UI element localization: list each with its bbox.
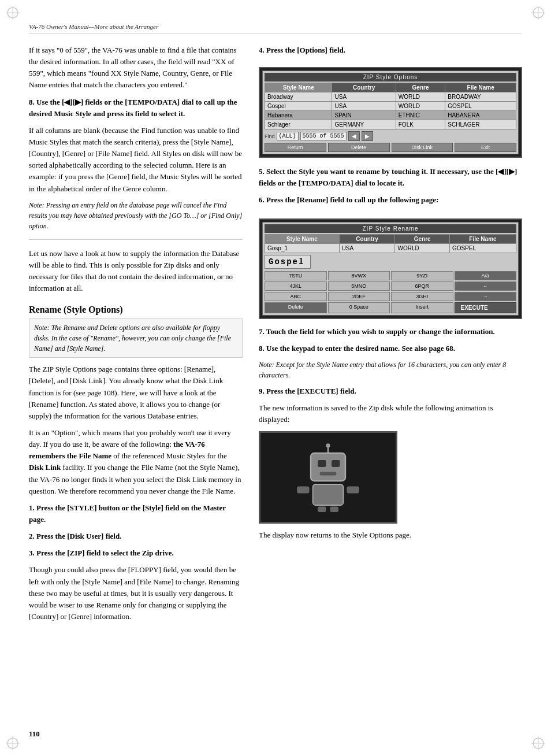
exit-btn[interactable]: Exit	[455, 143, 516, 152]
find-row: Find (ALL) 5555 of 5555 ◀ ▶	[265, 131, 516, 141]
rename-table: Style Name Country Genre File Name Gosp_…	[265, 234, 516, 253]
key-case-toggle[interactable]: A/a	[455, 271, 517, 280]
key-insert[interactable]: Insert	[391, 302, 453, 313]
key-7stu[interactable]: 7STU	[265, 271, 327, 280]
options-table-header-row: Style Name Country Genre File Name	[265, 83, 516, 92]
find-count: 5555 of 5555	[300, 132, 347, 140]
key-5mno[interactable]: 5MNO	[328, 281, 390, 291]
step3-label: 3. Press the [ZIP] field to select the Z…	[29, 547, 243, 559]
two-column-layout: If it says "0 of 559", the VA-76 was una…	[29, 45, 522, 628]
rename-table-header-row: Style Name Country Genre File Name	[265, 234, 516, 243]
step1-label: 1. Press the [STYLE] button or the [Styl…	[29, 502, 243, 525]
intro-para: If it says "0 of 559", the VA-76 was una…	[29, 45, 243, 91]
svg-rect-20	[330, 507, 338, 513]
key-4jkl[interactable]: 4JKL	[265, 281, 327, 291]
step8-label: 8. Use the [◀][▶] fields or the [TEMPO/D…	[29, 97, 243, 120]
svg-rect-14	[332, 460, 340, 467]
note-style: Note: Except for the Style Name entry th…	[259, 360, 522, 380]
execute-btn[interactable]: EXECUTE	[455, 302, 517, 313]
svg-rect-16	[313, 484, 344, 505]
step7-label: 7. Touch the field for which you wish to…	[259, 326, 522, 338]
key-3ghi[interactable]: 3GHI	[391, 292, 453, 301]
name-display-row: Gospel	[265, 255, 516, 269]
cell-style-3: Habanera	[265, 111, 332, 120]
cell-country-1: USA	[332, 92, 396, 102]
cell-country-3: SPAIN	[332, 111, 396, 120]
disk-link-btn[interactable]: Disk Link	[392, 143, 453, 152]
rename-p1: The ZIP Style Options page contains thre…	[29, 364, 243, 422]
cell-style-2: Gospel	[265, 102, 332, 111]
corner-mark-br	[531, 736, 545, 750]
step4-label: 4. Press the [Options] field.	[259, 45, 522, 56]
rcol-file-name[interactable]: File Name	[449, 234, 516, 243]
key-6pqr[interactable]: 6PQR	[391, 281, 453, 291]
cell-style-1: Broadway	[265, 92, 332, 102]
zip-style-options-screen: ZIP Style Options Style Name Country Gen…	[259, 67, 522, 158]
key-8vwx[interactable]: 8VWX	[328, 271, 390, 280]
find-option[interactable]: (ALL)	[277, 132, 299, 140]
key-delete[interactable]: Delete	[265, 302, 327, 313]
key-9yzi[interactable]: 9YZI	[391, 271, 453, 280]
rename-table-row: Gosp_1 USA WORLD GOSPEL	[265, 243, 516, 253]
col-file-name[interactable]: File Name	[445, 83, 516, 92]
col-country[interactable]: Country	[332, 83, 396, 92]
step8-detail: If all columns are blank (because the Fi…	[29, 125, 243, 195]
cell-file-4: SCHLAGER	[445, 120, 516, 129]
robot-animation	[282, 443, 374, 512]
step8-right-label: 8. Use the keypad to enter the desired n…	[259, 343, 522, 354]
svg-rect-19	[318, 507, 326, 513]
rcell-genre: WORLD	[395, 243, 450, 253]
corner-mark-tl	[6, 6, 20, 20]
note-rename-box: Note: The Rename and Delete options are …	[29, 318, 243, 358]
rcol-genre[interactable]: Genre	[395, 234, 450, 243]
page-container: VA-76 Owner's Manual—More about the Arra…	[0, 0, 551, 756]
cell-file-2: GOSPEL	[445, 102, 516, 111]
screen-title-options: ZIP Style Options	[265, 73, 516, 81]
screen-inner-options: ZIP Style Options Style Name Country Gen…	[262, 71, 519, 154]
svg-rect-15	[320, 472, 337, 476]
nav-next-btn[interactable]: ▶	[362, 131, 373, 141]
key-0space[interactable]: 0 Space	[328, 302, 390, 313]
animation-screen	[259, 431, 397, 524]
cell-genre-1: WORLD	[396, 92, 445, 102]
return-btn[interactable]: Return	[265, 143, 326, 152]
screen-inner-rename: ZIP Style Rename Style Name Country Genr…	[262, 222, 519, 316]
step6-label: 6. Press the [Rename] field to call up t…	[259, 194, 522, 206]
cell-country-4: GERMANY	[332, 120, 396, 129]
cell-genre-4: FOLK	[396, 120, 445, 129]
key-2def[interactable]: 2DEF	[328, 292, 390, 301]
rcol-country[interactable]: Country	[339, 234, 395, 243]
table-row: Broadway USA WORLD BROADWAY	[265, 92, 516, 102]
cell-genre-3: ETHNIC	[396, 111, 445, 120]
rcol-style-name[interactable]: Style Name	[265, 234, 340, 243]
rcell-country: USA	[339, 243, 395, 253]
cell-genre-2: WORLD	[396, 102, 445, 111]
step9-label: 9. Press the [EXECUTE] field.	[259, 386, 522, 397]
key-abc[interactable]: ABC	[265, 292, 327, 301]
delete-btn[interactable]: Delete	[328, 143, 390, 152]
table-row: Gospel USA WORLD GOSPEL	[265, 102, 516, 111]
keyboard-grid: 7STU 8VWX 9YZI A/a 4JKL 5MNO 6PQR ← ABC …	[265, 271, 516, 313]
nav-prev-btn[interactable]: ◀	[348, 131, 360, 141]
find-label: Find	[265, 134, 275, 139]
intro2-para: Let us now have a look at how to supply …	[29, 248, 243, 295]
cell-country-2: USA	[332, 102, 396, 111]
cell-file-1: BROADWAY	[445, 92, 516, 102]
col-genre[interactable]: Genre	[396, 83, 445, 92]
options-table: Style Name Country Genre File Name Broad…	[265, 83, 516, 129]
col-style-name[interactable]: Style Name	[265, 83, 332, 92]
right-column: 4. Press the [Options] field. ZIP Style …	[259, 45, 522, 628]
name-display: Gospel	[265, 255, 311, 269]
cell-file-3: HABANERA	[445, 111, 516, 120]
table-row-highlighted: Habanera SPAIN ETHNIC HABANERA	[265, 111, 516, 120]
step9-detail: The new information is saved to the Zip …	[259, 402, 522, 425]
table-row: Schlager GERMANY FOLK SCHLAGER	[265, 120, 516, 129]
key-right-arrow[interactable]: →	[455, 292, 517, 301]
screen-title-rename: ZIP Style Rename	[265, 224, 516, 233]
zip-style-rename-screen: ZIP Style Rename Style Name Country Genr…	[259, 218, 522, 319]
svg-point-22	[326, 443, 330, 447]
rename-p2: It is an "Option", which means that you …	[29, 427, 243, 497]
key-left-arrow[interactable]: ←	[455, 281, 517, 291]
step3-detail: Though you could also press the [FLOPPY]…	[29, 564, 243, 622]
corner-mark-bl	[6, 736, 20, 750]
